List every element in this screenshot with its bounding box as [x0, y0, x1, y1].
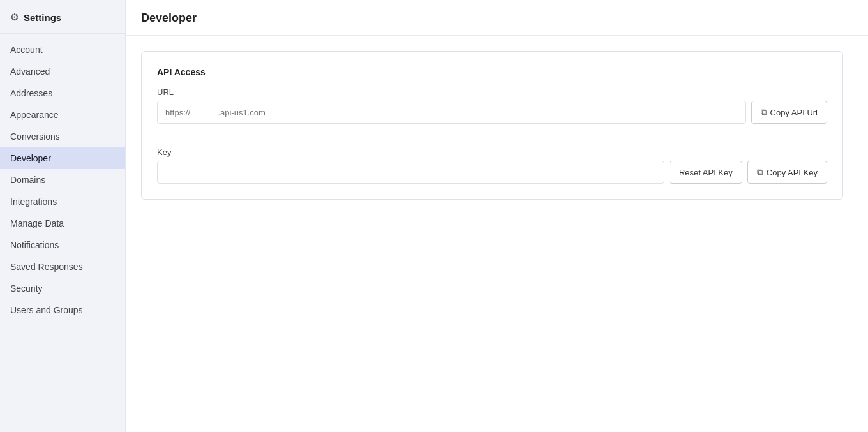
reset-api-key-button[interactable]: Reset API Key [670, 161, 742, 184]
key-field-group: Key Reset API Key ⧉ Copy API Key [157, 147, 827, 184]
sidebar-item-users-and-groups[interactable]: Users and Groups [0, 299, 125, 321]
copy-api-key-label: Copy API Key [767, 168, 818, 177]
copy-api-url-button[interactable]: ⧉ Copy API Url [751, 101, 827, 124]
sidebar-item-addresses[interactable]: Addresses [0, 82, 125, 104]
key-input[interactable] [157, 161, 664, 184]
reset-api-key-label: Reset API Key [679, 168, 733, 177]
url-field-group: URL ⧉ Copy API Url [157, 87, 827, 124]
copy-api-url-label: Copy API Url [770, 108, 818, 117]
sidebar-item-saved-responses[interactable]: Saved Responses [0, 256, 125, 278]
sidebar-item-security[interactable]: Security [0, 278, 125, 299]
main-content-area: Developer API Access URL ⧉ Copy API Url … [126, 0, 868, 432]
sidebar-item-appearance[interactable]: Appearance [0, 104, 125, 126]
key-label: Key [157, 147, 827, 157]
sidebar-item-manage-data[interactable]: Manage Data [0, 212, 125, 234]
copy-url-icon: ⧉ [761, 107, 767, 117]
main-content: API Access URL ⧉ Copy API Url Key [126, 36, 868, 432]
copy-key-icon: ⧉ [757, 167, 763, 177]
url-label: URL [157, 87, 827, 97]
sidebar-item-advanced[interactable]: Advanced [0, 61, 125, 82]
url-input[interactable] [157, 101, 746, 124]
sidebar-item-integrations[interactable]: Integrations [0, 191, 125, 212]
main-header: Developer [126, 0, 868, 36]
api-access-card: API Access URL ⧉ Copy API Url Key [141, 51, 843, 200]
sidebar-item-developer[interactable]: Developer [0, 147, 125, 169]
sidebar-header: ⚙ Settings [0, 0, 125, 34]
sidebar-item-account[interactable]: Account [0, 39, 125, 61]
api-access-section-title: API Access [157, 67, 827, 77]
key-field-row: Reset API Key ⧉ Copy API Key [157, 161, 827, 184]
sidebar: ⚙ Settings Account Advanced Addresses Ap… [0, 0, 126, 432]
gear-icon: ⚙ [10, 11, 19, 23]
url-field-row: ⧉ Copy API Url [157, 101, 827, 124]
page-title: Developer [141, 11, 853, 25]
copy-api-key-button[interactable]: ⧉ Copy API Key [747, 161, 827, 184]
sidebar-item-notifications[interactable]: Notifications [0, 234, 125, 256]
sidebar-title: Settings [24, 12, 61, 23]
sidebar-item-domains[interactable]: Domains [0, 169, 125, 191]
divider [157, 137, 827, 137]
sidebar-nav: Account Advanced Addresses Appearance Co… [0, 34, 125, 326]
sidebar-item-conversions[interactable]: Conversions [0, 126, 125, 147]
